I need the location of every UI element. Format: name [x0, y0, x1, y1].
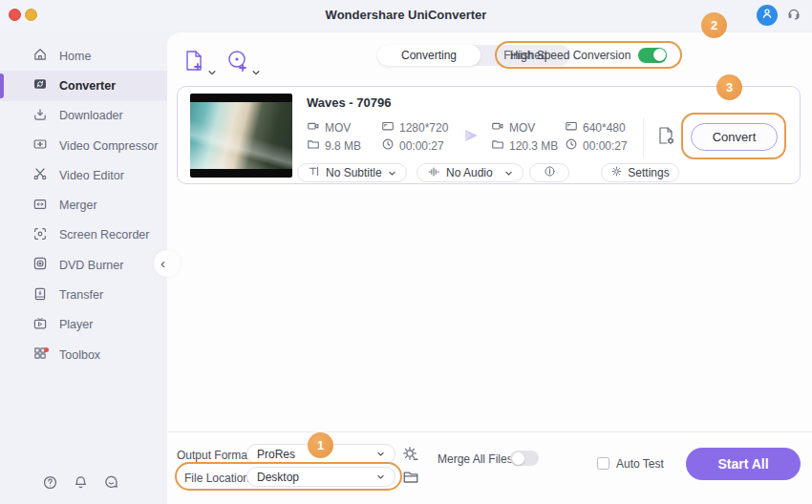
- target-size: 120.3 MB: [491, 137, 558, 154]
- step-badge-3: 3: [716, 74, 742, 100]
- headset-icon: [786, 6, 801, 25]
- footer-divider: [167, 431, 812, 432]
- add-files-button[interactable]: [182, 49, 217, 77]
- target-resolution: 640*480: [565, 119, 626, 136]
- merge-all-files-toggle[interactable]: [510, 451, 539, 466]
- add-device-dropdown-caret[interactable]: [251, 68, 261, 77]
- target-duration: 00:00:27: [565, 137, 628, 154]
- resolution-icon: [565, 119, 578, 136]
- output-file-settings-button[interactable]: [655, 125, 676, 150]
- notifications-button[interactable]: [67, 471, 94, 497]
- chevron-down-icon: [504, 169, 513, 178]
- sidebar-item-player[interactable]: Player: [0, 310, 167, 340]
- sidebar-item-screen-recorder[interactable]: Screen Recorder: [0, 220, 167, 250]
- toolbar: Converting Finished High Speed Conversio…: [167, 42, 812, 80]
- converter-icon: [32, 76, 48, 94]
- sidebar-item-converter[interactable]: Converter: [0, 71, 167, 100]
- download-icon: [32, 107, 48, 125]
- file-location-dropdown[interactable]: Desktop: [246, 467, 395, 487]
- bell-icon: [73, 474, 89, 494]
- sidebar-item-transfer[interactable]: Transfer: [0, 280, 167, 309]
- auto-test-label: Auto Test: [616, 457, 664, 471]
- compressor-icon: [32, 136, 48, 155]
- file-size-icon: [491, 137, 504, 154]
- tab-converting[interactable]: Converting: [377, 45, 481, 66]
- target-format: MOV: [491, 119, 535, 136]
- resolution-icon: [381, 119, 395, 136]
- high-speed-toggle[interactable]: [638, 48, 667, 63]
- audio-dropdown[interactable]: No Audio: [417, 163, 524, 182]
- merger-icon: [32, 197, 48, 215]
- file-gear-icon: [655, 133, 676, 149]
- file-title: Waves - 70796: [307, 95, 391, 110]
- step-badge-2: 2: [701, 12, 727, 38]
- sidebar-item-video-compressor[interactable]: Video Compressor: [0, 131, 167, 160]
- subtitle-icon: [308, 165, 320, 180]
- help-button[interactable]: [36, 471, 63, 497]
- source-size: 9.8 MB: [307, 137, 361, 154]
- folder-icon: [402, 472, 419, 489]
- auto-test-checkbox[interactable]: [597, 457, 609, 470]
- file-location-label: File Location:: [184, 472, 252, 485]
- add-device-icon: [226, 49, 249, 77]
- audio-icon: [427, 165, 440, 181]
- feedback-button[interactable]: [97, 471, 124, 497]
- help-icon: [42, 474, 58, 494]
- sidebar: Home Converter Downloader Video Compress…: [0, 31, 167, 504]
- source-format: MOV: [307, 119, 351, 136]
- thumbnail-image: [190, 102, 292, 169]
- sidebar-item-home[interactable]: Home: [0, 41, 167, 71]
- titlebar: Wondershare UniConverter: [0, 0, 812, 31]
- add-file-icon: [182, 49, 205, 77]
- chevron-down-icon: [376, 450, 385, 458]
- video-format-icon: [307, 119, 320, 136]
- transfer-icon: [32, 286, 48, 304]
- settings-button[interactable]: Settings: [601, 163, 679, 182]
- add-from-device-button[interactable]: [226, 49, 261, 77]
- player-icon: [32, 316, 48, 334]
- source-resolution: 1280*720: [381, 119, 448, 136]
- chevron-left-icon: ‹: [160, 255, 165, 271]
- chat-icon: [103, 474, 119, 494]
- clock-icon: [381, 137, 395, 154]
- start-all-button[interactable]: Start All: [686, 448, 801, 480]
- sidebar-item-downloader[interactable]: Downloader: [0, 101, 167, 131]
- step-badge-1: 1: [308, 432, 333, 458]
- file-card: Waves - 70796 MOV 1280*720 9.8 MB 00:00:…: [177, 86, 801, 184]
- divider: [643, 117, 644, 158]
- merge-all-files-label: Merge All Files: [438, 452, 513, 466]
- chevron-down-icon: [376, 472, 385, 481]
- high-speed-annotation-circle: High Speed Conversion: [495, 41, 682, 69]
- video-thumbnail[interactable]: [190, 94, 292, 178]
- window-title: Wondershare UniConverter: [0, 8, 812, 22]
- file-size-icon: [307, 137, 320, 154]
- chevron-down-icon: [388, 169, 396, 178]
- sidebar-item-dvd-burner[interactable]: DVD Burner: [0, 250, 167, 280]
- sidebar-collapse-handle[interactable]: ‹: [154, 250, 181, 277]
- conversion-arrow-icon: [461, 125, 482, 150]
- video-format-icon: [491, 119, 504, 136]
- file-info-button[interactable]: [529, 163, 569, 182]
- sidebar-item-merger[interactable]: Merger: [0, 190, 167, 220]
- source-duration: 00:00:27: [381, 137, 444, 154]
- scissors-icon: [32, 166, 48, 184]
- format-settings-button[interactable]: [401, 445, 419, 467]
- sidebar-item-toolbox[interactable]: Toolbox: [0, 340, 167, 369]
- add-files-dropdown-caret[interactable]: [207, 68, 217, 77]
- info-icon: [544, 165, 556, 180]
- convert-button[interactable]: Convert: [691, 123, 778, 151]
- user-icon: [760, 7, 774, 24]
- gear-edit-icon: [401, 450, 419, 466]
- support-button[interactable]: [783, 5, 804, 26]
- open-folder-button[interactable]: [402, 469, 419, 490]
- home-icon: [32, 47, 48, 65]
- output-format-label: Output Format:: [177, 449, 254, 462]
- sidebar-item-video-editor[interactable]: Video Editor: [0, 160, 167, 190]
- high-speed-label: High Speed Conversion: [510, 49, 631, 62]
- toolbox-notification-dot: [44, 347, 49, 352]
- screen-recorder-icon: [32, 226, 48, 244]
- subtitle-dropdown[interactable]: No Subtitle: [297, 163, 407, 182]
- main-panel: ‹ Converting Finished High Speed Convers…: [167, 32, 812, 504]
- clock-icon: [565, 137, 578, 154]
- account-avatar[interactable]: [757, 5, 778, 26]
